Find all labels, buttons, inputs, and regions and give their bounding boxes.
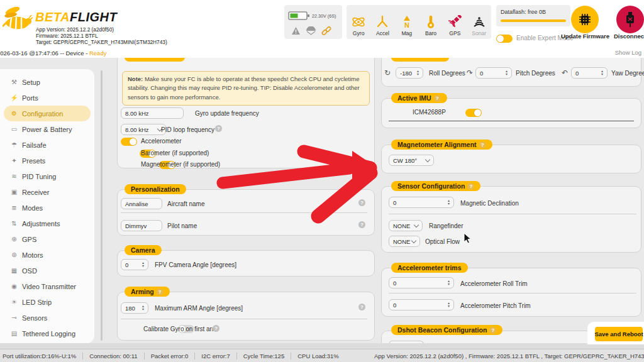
sidebar-item-modes[interactable]: ≣Modes (4, 200, 91, 216)
yaw-degrees-input[interactable]: 0 (571, 67, 608, 79)
update-firmware-button[interactable] (571, 6, 599, 33)
dshot-beacon-help-icon[interactable] (489, 327, 496, 334)
stepper-arrows-icon[interactable] (142, 305, 144, 311)
sidebar-item-led-strip[interactable]: ☀LED Strip (4, 294, 91, 310)
sidebar-item-adjustments[interactable]: ⇅Adjustments (4, 216, 91, 231)
magnetometer-alignment-value: CW 180° (393, 157, 417, 164)
sidebar-item-setup[interactable]: ⚒Setup (4, 74, 91, 90)
gyro-frequency-input[interactable]: 8.00 kHz (121, 107, 184, 119)
rangefinder-label: Rangefinder (429, 222, 463, 229)
accel-roll-trim-label: Accelerometer Roll Trim (460, 280, 528, 287)
battery-voltage: 22.30V (6S) (312, 13, 336, 19)
stepper-arrows-icon[interactable] (448, 199, 450, 206)
gyro-frequency-value: 8.00 kHz (125, 110, 149, 117)
sidebar-item-label: OSD (22, 267, 37, 275)
link-icon (321, 26, 331, 36)
calibrate-gyro-help-icon[interactable] (213, 325, 219, 332)
mag-icon: N (401, 15, 413, 29)
sidebar-item-label: LED Strip (22, 299, 52, 306)
yaw-rotate-icon: ↶ (562, 69, 568, 77)
roll-degrees-input[interactable]: -180 (396, 67, 423, 79)
sensor-accel[interactable]: Accel (370, 5, 394, 39)
sidebar-item-gps[interactable]: ⊕GPS (4, 231, 91, 247)
pitch-degrees-input[interactable]: 0 (475, 67, 512, 79)
sidebar-item-label: Adjustments (22, 220, 60, 228)
optical-flow-value: NONE (393, 238, 410, 245)
show-log-button[interactable]: Show Log (615, 49, 641, 56)
sidebar-item-power-battery[interactable]: ▭Power & Battery (4, 121, 91, 137)
sidebar-item-label: PID Tuning (22, 173, 56, 180)
expert-mode-toggle[interactable] (496, 35, 513, 43)
calibrate-gyro-label: Calibrate Gyro on first arm (143, 326, 217, 332)
save-and-reboot-button[interactable]: Save and Reboot (595, 327, 643, 341)
sidebar-item-sensors[interactable]: ⊸Sensors (4, 310, 91, 326)
logo-flight: FLIGHT (70, 10, 117, 24)
max-arm-angle-help-icon[interactable] (358, 304, 365, 310)
fpv-camera-angle-label: FPV Camera Angle [degrees] (155, 261, 236, 268)
stepper-arrows-icon[interactable] (506, 70, 508, 76)
pid-frequency-select[interactable]: 8.00 kHz (121, 124, 166, 135)
personalization-title: Personalization (131, 185, 180, 193)
stepper-arrows-icon[interactable] (601, 70, 603, 76)
parachute-icon: ☂ (9, 141, 19, 148)
fpv-camera-angle-input[interactable]: 0 (121, 259, 148, 270)
sidebar-item-pid-tuning[interactable]: ≋PID Tuning (4, 168, 91, 184)
accelerometer-toggle[interactable] (121, 138, 137, 146)
magnetometer-alignment-title: Magnetometer Alignment (397, 141, 477, 148)
aircraft-name-input[interactable]: Annalise (121, 198, 162, 209)
stepper-arrows-icon[interactable] (448, 302, 450, 308)
motor-icon: ⊛ (9, 251, 19, 258)
magnetometer-alignment-help-icon[interactable] (479, 141, 486, 148)
pilot-name-help-icon[interactable] (358, 221, 365, 228)
sidebar-item-tethered-logging[interactable]: ▤Tethered Logging (4, 326, 91, 341)
optical-flow-select[interactable]: NONE (389, 236, 420, 247)
logo-beta: BETA (35, 10, 70, 24)
stepper-arrows-icon[interactable] (448, 280, 450, 286)
sensor-mag[interactable]: N Mag (395, 5, 419, 39)
horizontal-scrollbar[interactable] (0, 343, 644, 349)
sensor-configuration-help-icon[interactable] (467, 183, 474, 190)
active-imu-title: Active IMU (397, 94, 431, 102)
led-icon: ☀ (9, 299, 19, 305)
sensor-gyro[interactable]: Gyro (347, 5, 370, 39)
sensor-gps[interactable]: GPS (443, 5, 467, 39)
aircraft-name-help-icon[interactable] (358, 199, 365, 206)
active-imu-toggle[interactable] (465, 109, 482, 117)
sidebar-scrollbar[interactable] (101, 70, 103, 341)
arming-help-icon[interactable] (157, 288, 164, 295)
rangefinder-select[interactable]: NONE (389, 220, 423, 231)
sidebar-item-failsafe[interactable]: ☂Failsafe (4, 137, 91, 153)
dataflash-label: Dataflash: free 0B (501, 9, 546, 15)
active-imu-help-icon[interactable] (434, 95, 441, 102)
accel-roll-trim-input[interactable]: 0 (389, 277, 454, 288)
arming-title: Arming (131, 288, 154, 295)
sidebar-item-label: Tethered Logging (22, 330, 75, 337)
sidebar-item-osd[interactable]: ▦OSD (4, 263, 91, 278)
sidebar-item-label: Setup (22, 79, 40, 86)
dataflash-usage-bar (501, 19, 566, 22)
accel-icon (375, 15, 389, 29)
max-arm-angle-input[interactable]: 180 (121, 302, 148, 314)
sensor-label: Gyro (353, 30, 365, 36)
status-cpu-load: CPU Load:31% (291, 353, 345, 359)
disconnect-button[interactable] (616, 6, 644, 33)
sidebar-item-presets[interactable]: ✦Presets (4, 153, 91, 168)
sensor-sonar[interactable]: Sonar (467, 5, 491, 39)
sidebar-item-configuration[interactable]: ⚙Configuration (4, 106, 91, 121)
usb-icon (623, 11, 637, 28)
magnetic-declination-input[interactable]: 0 (389, 197, 454, 208)
accel-pitch-trim-input[interactable]: 0 (389, 299, 454, 310)
sidebar-item-receiver[interactable]: ▣Receiver (4, 184, 91, 200)
magnetometer-alignment-select[interactable]: CW 180° (389, 155, 434, 166)
sidebar-item-label: Motors (22, 251, 43, 259)
sidebar-item-video-transmitter[interactable]: ◉Video Transmitter (4, 278, 91, 294)
sidebar-item-motors[interactable]: ⊛Motors (4, 247, 91, 263)
pid-frequency-help-icon[interactable] (215, 125, 222, 132)
stepper-arrows-icon[interactable] (417, 70, 419, 76)
pilot-name-input[interactable]: Dimmyv (121, 220, 162, 231)
stepper-arrows-icon[interactable] (142, 261, 144, 268)
sensor-baro[interactable]: Baro (419, 5, 443, 39)
status-cycle-time: Cycle Time:125 (237, 353, 291, 359)
sidebar-item-ports[interactable]: ⚡Ports (4, 90, 91, 106)
gyro-frequency-label: Gyro update frequency (195, 110, 259, 117)
